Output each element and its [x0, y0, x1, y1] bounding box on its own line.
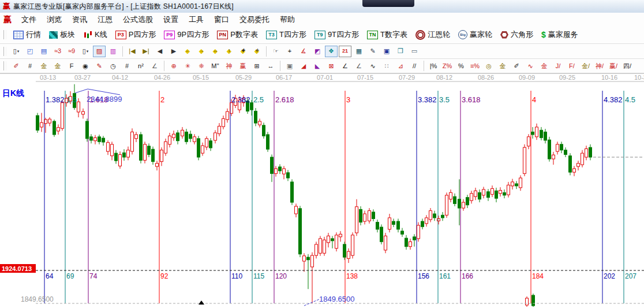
- indicator-chart-button[interactable]: ▥: [107, 46, 119, 57]
- p-number-table-button[interactable]: PNP数字表: [213, 28, 262, 41]
- shen-grid-tool[interactable]: 神: [223, 60, 235, 72]
- diamond-zoom-in-button[interactable]: ◆✚: [237, 46, 249, 57]
- sectors-button[interactable]: 板块: [45, 28, 79, 41]
- save-button[interactable]: ▣: [380, 46, 393, 57]
- diamond-v-zoom-button[interactable]: ◆↕: [223, 46, 235, 57]
- fan-box-tool[interactable]: ◣: [311, 60, 324, 72]
- gann-wheel-button[interactable]: 江恩轮: [411, 28, 454, 41]
- ying-grid-tool[interactable]: 赢: [237, 60, 249, 72]
- dot-grid-tool[interactable]: ∷: [380, 60, 393, 72]
- square-of-nine-tool[interactable]: n²: [134, 60, 147, 72]
- fibonacci-tool[interactable]: F: [65, 60, 78, 72]
- grid-ticks-tool[interactable]: #: [24, 60, 36, 72]
- gann-pen-tool[interactable]: ✐: [10, 60, 23, 72]
- menu-item-3[interactable]: 江恩: [92, 13, 118, 27]
- p-square-button[interactable]: P3P四方形: [111, 28, 160, 41]
- pattern-search-button[interactable]: ▨: [93, 46, 106, 57]
- menu-item-6[interactable]: 工具: [184, 13, 209, 27]
- percent-lines-tool[interactable]: ≡%: [469, 60, 481, 72]
- menu-item-9[interactable]: 帮助: [275, 13, 300, 27]
- calendar-button[interactable]: 21: [339, 46, 351, 57]
- compass-pen-tool[interactable]: ✐: [510, 60, 523, 72]
- time-cycle-tool[interactable]: ◷: [107, 60, 119, 72]
- fan-lines-tool[interactable]: ◢: [297, 60, 310, 72]
- region-chart-button[interactable]: ◰: [24, 46, 36, 57]
- notes-button[interactable]: ✎: [366, 46, 379, 57]
- calculator-button[interactable]: ▦: [353, 46, 365, 57]
- print-button[interactable]: ▭: [408, 46, 421, 57]
- box-frame-tool[interactable]: ▣: [283, 60, 296, 72]
- export-web-button[interactable]: ❒: [394, 46, 407, 57]
- candle-style-button[interactable]: ▯▾: [10, 46, 23, 57]
- grid-vector-tool[interactable]: ⊿: [394, 60, 407, 72]
- save-icon: ▣: [384, 48, 390, 54]
- prev-bar-button[interactable]: ◀: [153, 46, 166, 57]
- golden-section-tool[interactable]: 金: [38, 60, 50, 72]
- trend-angle2-tool[interactable]: ∠: [353, 60, 365, 72]
- kline-button[interactable]: K线: [79, 28, 111, 41]
- diamond-h-zoom-button[interactable]: ◆↔: [209, 46, 222, 57]
- prev-bar-icon: ◀: [158, 48, 162, 54]
- trend-angle-tool[interactable]: ∠: [339, 60, 351, 72]
- list-view-button[interactable]: ▤: [38, 46, 50, 57]
- menu-item-2[interactable]: 资讯: [67, 13, 92, 27]
- gann-star-tool[interactable]: ✳: [181, 60, 194, 72]
- highlight-tool-button[interactable]: ◩: [311, 46, 324, 57]
- bar-count-tool[interactable]: #: [121, 60, 133, 72]
- parallel-lines-tool[interactable]: //: [408, 60, 421, 72]
- menu-item-0[interactable]: 文件: [16, 13, 42, 27]
- angle-tool[interactable]: ∠: [148, 60, 161, 72]
- golden-circle-tool[interactable]: ◎: [482, 60, 495, 72]
- angle-measure-button[interactable]: ∡: [297, 46, 310, 57]
- winner-wheel-button[interactable]: Big赢家轮: [454, 28, 496, 41]
- golden-lines-tool[interactable]: 金: [496, 60, 509, 72]
- t-square-button[interactable]: T3T四方形: [262, 28, 310, 41]
- nine-p-square-button[interactable]: P99P四方形: [160, 28, 213, 41]
- shen-angle-tool[interactable]: 神/: [593, 60, 606, 72]
- diamond-scroll-left-button[interactable]: ◆←: [181, 46, 194, 57]
- spiral-tool[interactable]: ◉: [79, 60, 92, 72]
- diamond-scroll-right-button[interactable]: ◆→: [195, 46, 208, 57]
- gann-target-tool[interactable]: ⊕: [167, 60, 180, 72]
- price-bars-percent-tool[interactable]: |%: [427, 60, 440, 72]
- menu-item-5[interactable]: 设置: [158, 13, 184, 27]
- bar-style-button[interactable]: ▯▾: [79, 46, 92, 57]
- si-angle-tool[interactable]: 四/: [621, 60, 634, 72]
- gann-star-box-tool[interactable]: ❈: [195, 60, 208, 72]
- zigzag-percent-tool[interactable]: Z%: [441, 60, 454, 72]
- nine-t-square-button[interactable]: T99T四方形: [310, 28, 363, 41]
- menu-item-8[interactable]: 交易委托: [234, 13, 275, 27]
- ruler-grid-tool[interactable]: ⊞: [250, 60, 263, 72]
- last-page-button[interactable]: ▶|: [140, 46, 152, 57]
- pan-hand-button[interactable]: ☞: [269, 46, 282, 57]
- first-page-button[interactable]: |◀: [126, 46, 138, 57]
- menu-item-7[interactable]: 窗口: [209, 13, 234, 27]
- diamond-zoom-out-button[interactable]: ◆✛: [250, 46, 263, 57]
- wave-marks-tool[interactable]: M'': [209, 60, 222, 72]
- chart-area[interactable]: 03-1303-2704-1204-2605-1505-2906-1707-01…: [0, 74, 644, 308]
- menu-item-4[interactable]: 公式选股: [118, 13, 158, 27]
- marker-pen-tool[interactable]: ✎: [93, 60, 106, 72]
- j-angle-tool[interactable]: J/: [552, 60, 564, 72]
- next-bar-button[interactable]: ▶: [167, 46, 180, 57]
- percent-tool[interactable]: %: [455, 60, 467, 72]
- wave-9-button[interactable]: ≈9: [65, 46, 78, 57]
- hexagon-button[interactable]: 六角形: [496, 28, 537, 41]
- gann-bird-button[interactable]: ❖: [325, 46, 338, 57]
- golden-box-tool[interactable]: 金: [538, 60, 551, 72]
- x-cross-box-tool[interactable]: ⊠: [325, 60, 338, 72]
- wave-3-button[interactable]: ≈3: [51, 46, 64, 57]
- golden-grid-tool[interactable]: 金: [51, 60, 64, 72]
- crosshair-button[interactable]: +: [283, 46, 296, 57]
- wave-line-tool[interactable]: ∿: [366, 60, 379, 72]
- golden-angle-tool[interactable]: 金/: [579, 60, 592, 72]
- red-wave-tool[interactable]: ∿: [524, 60, 537, 72]
- quotes-button[interactable]: 行情: [9, 28, 45, 41]
- t-number-table-button[interactable]: TNT数字表: [363, 28, 411, 41]
- winner-service-button[interactable]: $赢家服务: [537, 28, 582, 41]
- ying-angle-tool[interactable]: 赢/: [607, 60, 620, 72]
- f-angle-tool[interactable]: F/: [566, 60, 578, 72]
- menu-item-1[interactable]: 浏览: [42, 13, 67, 27]
- title-bar[interactable]: 赢 赢家江恩专业版[赢家内部服务平台] - [上证指数 SH1A0001-167…: [0, 0, 644, 13]
- span-measure-tool[interactable]: ↔: [264, 60, 277, 72]
